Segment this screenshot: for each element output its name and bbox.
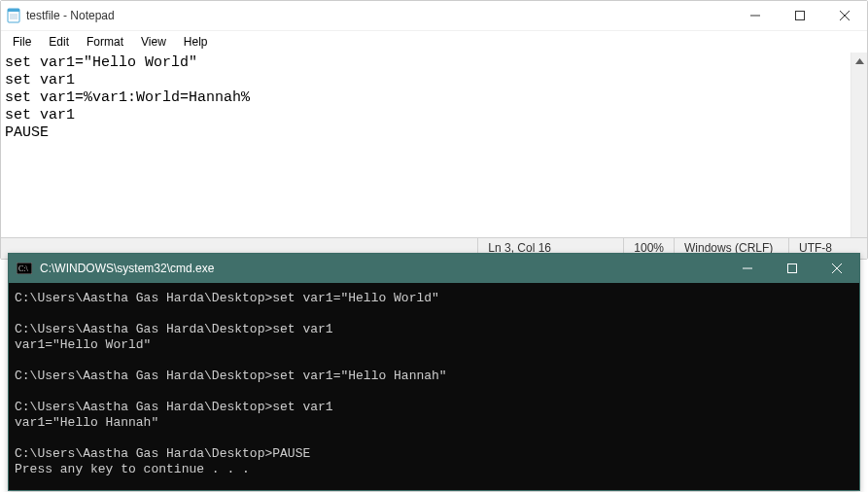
svg-line-7	[840, 11, 850, 20]
notepad-editor-area: set var1="Hello World" set var1 set var1…	[1, 53, 867, 237]
notepad-window: testfile - Notepad File Edit Format View…	[0, 0, 868, 260]
menu-file[interactable]: File	[5, 33, 39, 51]
svg-text:C:\: C:\	[18, 264, 29, 273]
cmd-minimize-button[interactable]	[725, 254, 770, 283]
menu-format[interactable]: Format	[79, 33, 131, 51]
menu-view[interactable]: View	[133, 33, 174, 51]
svg-rect-6	[796, 12, 805, 20]
cmd-window-controls	[725, 254, 859, 283]
cmd-title: C:\WINDOWS\system32\cmd.exe	[40, 262, 214, 275]
notepad-titlebar[interactable]: testfile - Notepad	[1, 1, 867, 30]
maximize-button[interactable]	[778, 1, 822, 30]
svg-line-14	[832, 264, 842, 273]
notepad-menubar: File Edit Format View Help	[1, 30, 867, 53]
svg-line-13	[832, 264, 842, 273]
cmd-terminal-output[interactable]: C:\Users\Aastha Gas Harda\Desktop>set va…	[9, 283, 859, 490]
notepad-text-editor[interactable]: set var1="Hello World" set var1 set var1…	[1, 53, 851, 237]
cmd-title-left: C:\ C:\WINDOWS\system32\cmd.exe	[9, 262, 214, 275]
cmd-titlebar[interactable]: C:\ C:\WINDOWS\system32\cmd.exe	[9, 254, 859, 283]
cmd-icon: C:\	[17, 263, 32, 274]
notepad-title-left: testfile - Notepad	[1, 8, 115, 23]
menu-edit[interactable]: Edit	[41, 33, 77, 51]
scroll-up-icon[interactable]	[851, 53, 868, 69]
menu-help[interactable]: Help	[176, 33, 216, 51]
notepad-icon	[7, 8, 20, 23]
minimize-button[interactable]	[733, 1, 778, 30]
close-button[interactable]	[822, 1, 867, 30]
svg-line-8	[840, 11, 850, 20]
notepad-window-controls	[733, 1, 867, 30]
svg-rect-9	[17, 263, 32, 274]
notepad-title: testfile - Notepad	[26, 9, 115, 22]
cmd-maximize-button[interactable]	[770, 254, 815, 283]
vertical-scrollbar[interactable]	[851, 53, 867, 237]
cmd-close-button[interactable]	[815, 254, 859, 283]
svg-rect-1	[8, 9, 19, 12]
cmd-window: C:\ C:\WINDOWS\system32\cmd.exe C:\Users…	[8, 253, 860, 491]
svg-rect-0	[8, 9, 19, 22]
svg-rect-12	[788, 264, 797, 273]
